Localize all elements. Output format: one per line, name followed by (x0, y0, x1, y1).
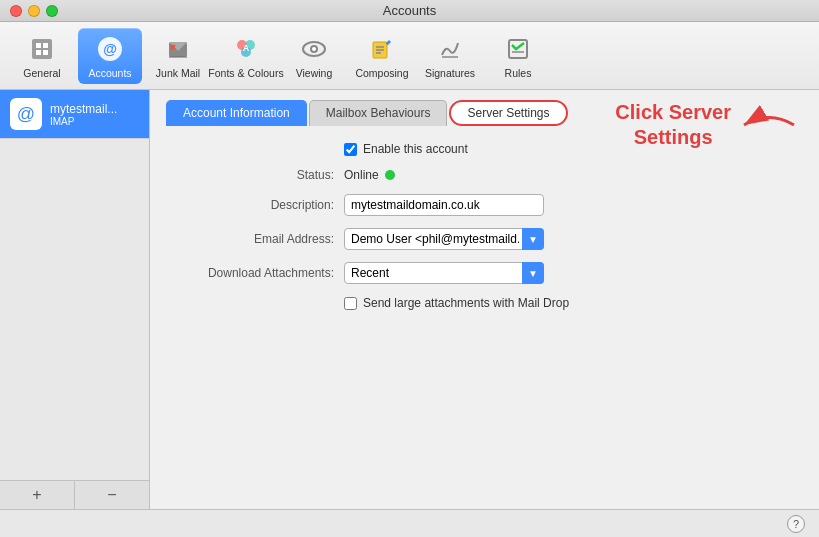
svg-text:A: A (243, 43, 250, 53)
junk-mail-label: Junk Mail (156, 67, 200, 79)
sidebar: @ mytestmail... IMAP + − (0, 90, 150, 509)
svg-rect-0 (32, 39, 52, 59)
accounts-list: @ mytestmail... IMAP (0, 90, 149, 480)
general-label: General (23, 67, 60, 79)
email-address-control: Demo User <phil@mytestmaild... ▼ (344, 228, 795, 250)
toolbar-viewing[interactable]: Viewing (282, 28, 346, 84)
email-address-label: Email Address: (174, 232, 334, 246)
avatar: @ (10, 98, 42, 130)
maximize-button[interactable] (46, 5, 58, 17)
toolbar-fonts-colours[interactable]: A Fonts & Colours (214, 28, 278, 84)
main-area: @ mytestmail... IMAP + − Account Informa… (0, 90, 819, 509)
bottom-bar: ? (0, 509, 819, 537)
email-address-select-wrapper: Demo User <phil@mytestmaild... ▼ (344, 228, 544, 250)
junk-mail-icon (162, 33, 194, 65)
toolbar-composing[interactable]: Composing (350, 28, 414, 84)
signatures-icon (434, 33, 466, 65)
mail-drop-checkbox[interactable] (344, 297, 357, 310)
svg-rect-4 (43, 50, 48, 55)
download-attachments-control: Recent All None ▼ (344, 262, 795, 284)
composing-icon (366, 33, 398, 65)
download-attachments-label: Download Attachments: (174, 266, 334, 280)
annotation: Click ServerSettings (615, 100, 799, 150)
toolbar-junk-mail[interactable]: Junk Mail (146, 28, 210, 84)
download-attachments-select-wrapper: Recent All None ▼ (344, 262, 544, 284)
tab-mailbox-behaviours[interactable]: Mailbox Behaviours (309, 100, 448, 126)
email-address-row: Email Address: Demo User <phil@mytestmai… (174, 228, 795, 250)
remove-account-button[interactable]: − (75, 481, 149, 509)
signatures-label: Signatures (425, 67, 475, 79)
window-title: Accounts (383, 3, 436, 18)
add-account-button[interactable]: + (0, 481, 75, 509)
status-dot-green (385, 170, 395, 180)
account-name: mytestmail... (50, 102, 117, 116)
description-row: Description: (174, 194, 795, 216)
title-bar: Accounts (0, 0, 819, 22)
rules-label: Rules (505, 67, 532, 79)
window-controls[interactable] (10, 5, 58, 17)
toolbar: General @ Accounts Junk Mail (0, 22, 819, 90)
mail-drop-label: Send large attachments with Mail Drop (363, 296, 569, 310)
status-value: Online (344, 168, 795, 182)
rules-icon (502, 33, 534, 65)
download-attachments-select[interactable]: Recent All None (344, 262, 544, 284)
description-control (344, 194, 795, 216)
svg-rect-2 (43, 43, 48, 48)
status-online: Online (344, 168, 795, 182)
arrow-icon (739, 105, 799, 145)
form-area: Enable this account Status: Online Descr… (150, 126, 819, 509)
accounts-icon: @ (94, 33, 126, 65)
viewing-icon (298, 33, 330, 65)
svg-text:@: @ (103, 41, 117, 57)
tab-account-information[interactable]: Account Information (166, 100, 307, 126)
toolbar-rules[interactable]: Rules (486, 28, 550, 84)
email-address-select[interactable]: Demo User <phil@mytestmaild... (344, 228, 544, 250)
toolbar-general[interactable]: General (10, 28, 74, 84)
fonts-colours-icon: A (230, 33, 262, 65)
accounts-label: Accounts (88, 67, 131, 79)
toolbar-signatures[interactable]: Signatures (418, 28, 482, 84)
sidebar-footer: + − (0, 480, 149, 509)
general-icon (26, 33, 58, 65)
enable-account-checkbox[interactable] (344, 143, 357, 156)
svg-rect-1 (36, 43, 41, 48)
close-button[interactable] (10, 5, 22, 17)
enable-account-label: Enable this account (363, 142, 468, 156)
status-row: Status: Online (174, 168, 795, 182)
account-item[interactable]: @ mytestmail... IMAP (0, 90, 149, 139)
account-info: mytestmail... IMAP (50, 102, 117, 127)
account-type: IMAP (50, 116, 117, 127)
svg-point-18 (312, 47, 316, 51)
toolbar-accounts[interactable]: @ Accounts (78, 28, 142, 84)
composing-label: Composing (355, 67, 408, 79)
mail-drop-row: Send large attachments with Mail Drop (174, 296, 795, 310)
annotation-text: Click ServerSettings (615, 100, 731, 150)
content-area: Account Information Mailbox Behaviours S… (150, 90, 819, 509)
tab-server-settings[interactable]: Server Settings (449, 100, 567, 126)
svg-rect-3 (36, 50, 41, 55)
download-attachments-row: Download Attachments: Recent All None ▼ (174, 262, 795, 284)
help-button[interactable]: ? (787, 515, 805, 533)
fonts-colours-label: Fonts & Colours (208, 67, 283, 79)
description-input[interactable] (344, 194, 544, 216)
minimize-button[interactable] (28, 5, 40, 17)
description-label: Description: (174, 198, 334, 212)
viewing-label: Viewing (296, 67, 333, 79)
status-label: Status: (174, 168, 334, 182)
